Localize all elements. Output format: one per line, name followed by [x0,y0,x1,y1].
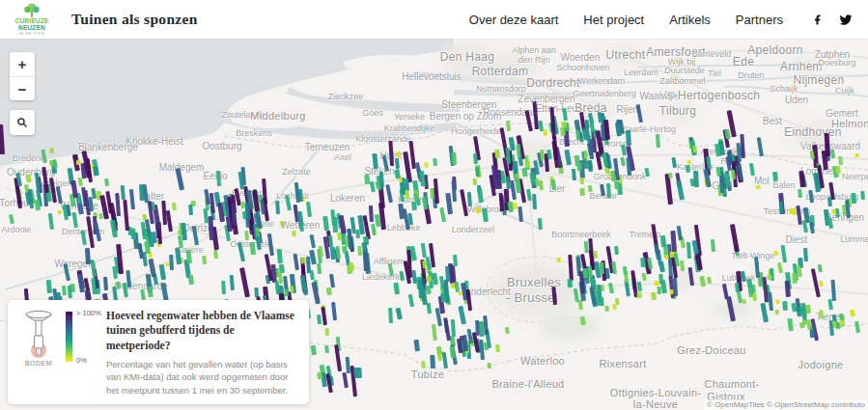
data-bar[interactable] [475,207,480,213]
data-bar[interactable] [604,305,608,312]
data-bar[interactable] [93,166,98,176]
data-bar[interactable] [537,218,542,230]
data-bar[interactable] [326,287,332,296]
data-bar[interactable] [655,281,659,287]
data-bar[interactable] [421,361,426,369]
data-bar[interactable] [317,314,322,324]
data-bar[interactable] [332,217,338,232]
urban-area [785,59,818,74]
data-bar[interactable] [187,275,193,286]
data-bar[interactable] [782,301,787,311]
data-bar[interactable] [838,156,843,165]
data-bar[interactable] [487,363,491,369]
data-bar[interactable] [292,230,296,236]
data-bar[interactable] [659,235,665,247]
data-bar[interactable] [435,346,441,354]
search-button[interactable] [10,110,35,135]
data-bar[interactable] [216,171,221,187]
facebook-icon[interactable] [812,14,824,26]
urban-area [490,263,582,316]
data-bar[interactable] [587,266,592,278]
data-bar[interactable] [792,273,798,285]
data-bar[interactable] [772,172,778,181]
data-bar[interactable] [775,310,779,314]
data-bar[interactable] [188,205,193,215]
data-bar[interactable] [801,318,806,325]
data-bar[interactable] [568,278,573,287]
data-bar[interactable] [572,169,576,180]
data-bar[interactable] [839,320,844,325]
data-bar[interactable] [543,129,546,136]
data-bar[interactable] [636,282,641,291]
data-bar[interactable] [832,208,836,213]
data-bar[interactable] [213,250,218,259]
data-bar[interactable] [284,288,289,295]
logo-text-3: IN DE TUIN [18,31,44,36]
data-bar[interactable] [317,263,322,274]
data-bar[interactable] [669,288,674,293]
data-bar[interactable] [686,159,691,164]
data-bar[interactable] [579,188,585,196]
data-bar[interactable] [430,355,434,369]
data-bar[interactable] [851,193,855,204]
data-bar[interactable] [506,121,511,132]
data-bar[interactable] [330,246,336,259]
data-bar[interactable] [356,368,362,379]
scale-min-label: 0% [76,356,87,365]
data-bar[interactable] [587,160,593,171]
data-bar[interactable] [790,208,795,214]
data-bar[interactable] [325,328,329,336]
data-bar[interactable] [593,250,598,259]
zoom-out-button[interactable]: − [10,76,35,100]
data-bar[interactable] [472,178,477,185]
data-bar[interactable] [601,123,605,140]
nav-het-project[interactable]: Het project [583,13,644,27]
data-bar[interactable] [310,345,316,355]
data-bar[interactable] [45,279,51,293]
data-bar[interactable] [599,262,603,274]
data-bar[interactable] [275,201,280,214]
data-bar[interactable] [172,202,177,210]
data-bar[interactable] [526,161,531,168]
data-bar[interactable] [798,189,802,199]
data-bar[interactable] [560,127,565,136]
data-bar[interactable] [819,310,824,318]
data-bar[interactable] [349,261,354,270]
data-bar[interactable] [317,371,322,378]
data-bar[interactable] [686,165,690,174]
data-bar[interactable] [575,130,580,140]
data-bar[interactable] [399,182,405,194]
data-bar[interactable] [355,230,360,239]
data-bar[interactable] [57,209,61,214]
nav-over-deze-kaart[interactable]: Over deze kaart [469,13,559,27]
data-bar[interactable] [583,150,588,158]
data-bar[interactable] [516,184,521,193]
data-bar[interactable] [300,258,305,264]
data-bar[interactable] [75,160,80,165]
data-bar[interactable] [579,316,585,325]
data-bar[interactable] [451,152,457,165]
data-bar[interactable] [328,235,333,247]
data-bar[interactable] [557,258,562,262]
data-bar[interactable] [498,193,503,211]
data-bar[interactable] [202,256,206,264]
data-bar[interactable] [342,245,348,253]
data-bar[interactable] [827,197,832,207]
data-bar[interactable] [512,203,518,209]
nav-partners[interactable]: Partners [736,13,783,27]
data-bar[interactable] [710,238,714,251]
zoom-in-button[interactable]: + [10,52,35,76]
data-bar[interactable] [364,175,369,184]
data-bar[interactable] [426,276,431,283]
data-bar[interactable] [636,292,641,299]
data-bar[interactable] [692,146,697,152]
data-bar[interactable] [433,158,436,166]
data-bar[interactable] [495,343,500,352]
data-bar[interactable] [440,292,446,301]
nav-artikels[interactable]: Artikels [669,13,711,27]
data-bar[interactable] [657,287,660,294]
twitter-icon[interactable] [839,14,853,26]
app-logo[interactable]: CURIEUZE NEUZEN IN DE TUIN [10,3,54,37]
data-bar[interactable] [102,277,107,290]
park-area [541,314,599,339]
